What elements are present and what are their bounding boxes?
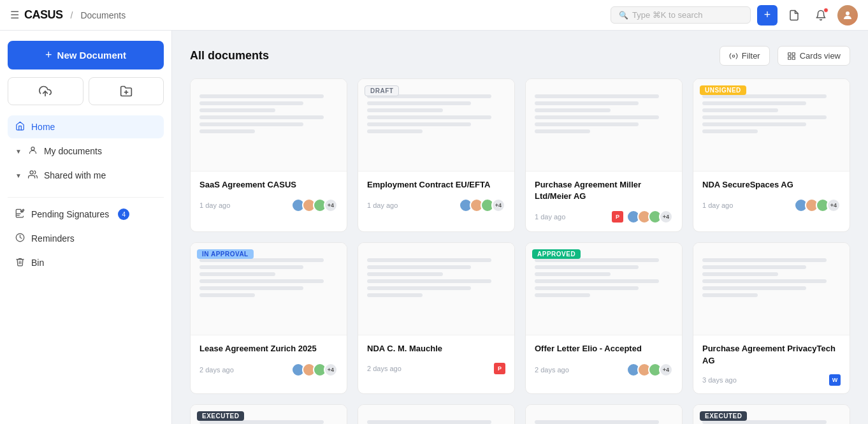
doc-line xyxy=(702,129,758,133)
document-icon-button[interactable] xyxy=(784,5,804,26)
document-card[interactable]: EXECUTED xyxy=(693,404,850,424)
reminders-label: Reminders xyxy=(31,233,75,244)
card-title: Employment Contract EU/EFTA xyxy=(367,179,505,191)
document-card[interactable]: EXECUTED xyxy=(190,404,347,424)
avatar-count: +4 xyxy=(491,198,505,212)
page-title: All documents xyxy=(190,49,269,62)
pdf-icon: P xyxy=(612,211,623,223)
card-preview xyxy=(693,243,850,335)
card-footer: 1 day ago+4 xyxy=(367,198,505,212)
breadcrumb: Documents xyxy=(80,10,126,20)
card-time: 2 days ago xyxy=(199,366,234,374)
card-preview: EXECUTED xyxy=(191,405,347,424)
add-button[interactable]: + xyxy=(757,5,778,26)
doc-line xyxy=(702,108,778,112)
doc-line xyxy=(367,129,423,133)
pending-signatures-label: Pending Signatures xyxy=(31,209,109,219)
document-card[interactable]: NDA C. M. Mauchle2 days agoP xyxy=(358,242,515,393)
document-card[interactable]: SaaS Agreement CASUS1 day ago+4 xyxy=(190,78,347,232)
document-card[interactable]: Purchase Agreement Miller Ltd/Meier AG1 … xyxy=(525,78,683,232)
doc-line xyxy=(535,129,590,133)
doc-line xyxy=(702,272,778,276)
avatar-count: +4 xyxy=(659,363,673,377)
doc-line xyxy=(535,122,639,126)
card-preview: UNSIGNED xyxy=(693,79,850,172)
card-footer: 1 day agoP+4 xyxy=(535,210,673,224)
card-preview: EXECUTED xyxy=(693,405,850,424)
sidebar-item-pending-signatures[interactable]: Pending Signatures 4 xyxy=(8,203,164,226)
card-preview xyxy=(526,405,682,424)
document-lines xyxy=(199,94,338,133)
card-preview xyxy=(191,79,347,172)
pdf-icon: P xyxy=(494,363,505,374)
cards-view-button[interactable]: Cards view xyxy=(778,46,850,66)
document-card[interactable] xyxy=(525,404,683,424)
main-content: All documents Filter Cards view SaaS Agr… xyxy=(172,31,868,424)
document-card[interactable]: UNSIGNEDNDA SecureSpaces AG1 day ago+4 xyxy=(693,78,850,232)
notification-badge xyxy=(823,8,828,13)
card-info: Purchase Agreement PrivacyTech AG3 days … xyxy=(693,335,850,393)
card-time: 1 day ago xyxy=(535,213,565,221)
doc-line xyxy=(367,279,491,283)
card-title: Lease Agreement Zurich 2025 xyxy=(199,343,338,355)
card-info: NDA C. M. Mauchle2 days agoP xyxy=(358,335,514,381)
document-card[interactable]: DRAFTEmployment Contract EU/EFTA1 day ag… xyxy=(358,78,515,232)
upload-button[interactable] xyxy=(8,77,83,105)
document-card[interactable]: Purchase Agreement PrivacyTech AG3 days … xyxy=(693,242,850,393)
document-card[interactable]: APPROVEDOffer Letter Elio - Accepted2 da… xyxy=(525,242,683,393)
doc-line xyxy=(535,101,639,105)
card-preview: IN APPROVAL xyxy=(191,243,347,335)
doc-line xyxy=(702,115,827,119)
document-card[interactable] xyxy=(358,404,515,424)
card-footer: 2 days ago+4 xyxy=(199,363,338,377)
new-document-button[interactable]: + New Document xyxy=(8,41,164,69)
avatar-count: +4 xyxy=(659,210,673,224)
card-info: Employment Contract EU/EFTA1 day ago+4 xyxy=(358,172,514,220)
sidebar-item-my-documents[interactable]: ▼ My documents xyxy=(8,140,164,163)
search-box[interactable]: 🔍 Type ⌘K to search xyxy=(611,6,751,24)
avatar-group: +4 xyxy=(291,363,338,377)
doc-line xyxy=(535,108,611,112)
doc-line xyxy=(702,258,827,262)
card-preview xyxy=(358,405,514,424)
user-avatar[interactable] xyxy=(837,5,858,26)
notification-icon-button[interactable] xyxy=(811,5,831,26)
status-badge: UNSIGNED xyxy=(700,85,746,95)
document-lines xyxy=(535,420,673,424)
sidebar-item-home[interactable]: Home xyxy=(8,115,164,138)
sidebar-item-shared[interactable]: ▼ Shared with me xyxy=(8,164,164,187)
card-footer-right: P+4 xyxy=(612,210,673,224)
status-badge: EXECUTED xyxy=(700,411,747,421)
card-footer-right: +4 xyxy=(794,198,841,212)
card-info: Purchase Agreement Miller Ltd/Meier AG1 … xyxy=(526,172,682,231)
clock-icon xyxy=(15,233,25,244)
quick-action-buttons xyxy=(8,77,164,105)
avatar-group: +4 xyxy=(291,198,338,212)
doc-line xyxy=(367,420,491,424)
document-lines xyxy=(702,94,841,133)
cards-view-label: Cards view xyxy=(800,51,841,61)
document-lines xyxy=(535,258,673,297)
sidebar-item-bin[interactable]: Bin xyxy=(8,251,164,274)
sidebar-divider xyxy=(8,197,164,198)
card-title: Purchase Agreement Miller Ltd/Meier AG xyxy=(535,179,673,202)
filter-button[interactable]: Filter xyxy=(720,46,770,66)
doc-line xyxy=(199,279,324,283)
logo: CASUS xyxy=(24,8,63,22)
svg-rect-13 xyxy=(788,57,790,59)
doc-line xyxy=(367,108,443,112)
doc-line xyxy=(535,293,590,297)
bin-label: Bin xyxy=(31,258,44,268)
sidebar-item-reminders[interactable]: Reminders xyxy=(8,227,164,250)
card-footer: 1 day ago+4 xyxy=(199,198,338,212)
hamburger-icon[interactable]: ☰ xyxy=(10,9,19,21)
folder-button[interactable] xyxy=(89,77,164,105)
doc-line xyxy=(535,286,639,290)
doc-line xyxy=(702,279,827,283)
new-document-label: New Document xyxy=(57,50,126,61)
card-footer-right: W xyxy=(829,374,841,386)
doc-line xyxy=(702,122,806,126)
document-card[interactable]: IN APPROVALLease Agreement Zurich 20252 … xyxy=(190,242,347,393)
avatar-count: +4 xyxy=(827,198,841,212)
card-footer: 2 days ago+4 xyxy=(535,363,673,377)
